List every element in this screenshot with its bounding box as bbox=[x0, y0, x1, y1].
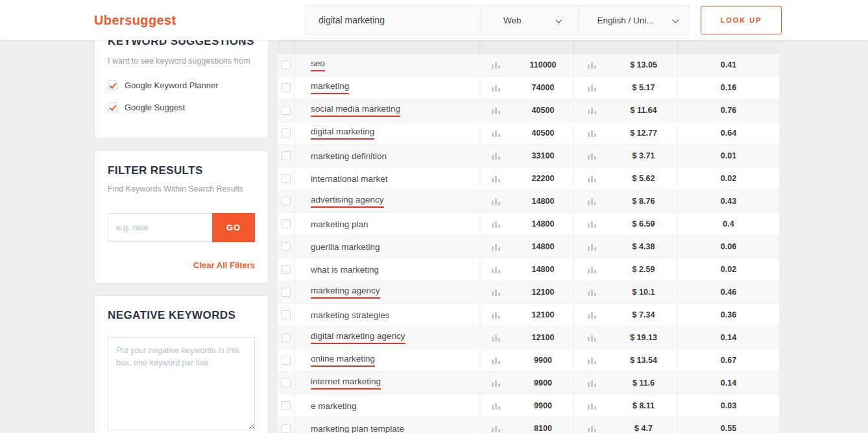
row-checkbox[interactable] bbox=[282, 129, 291, 138]
cpc-bar-chart-icon[interactable] bbox=[588, 356, 597, 364]
cpc-bar-chart-icon[interactable] bbox=[588, 402, 597, 410]
cpc-bar-chart-icon[interactable] bbox=[588, 243, 597, 251]
cpc-bar-chart-icon[interactable] bbox=[588, 197, 597, 205]
volume-bar-chart-icon[interactable] bbox=[492, 379, 501, 387]
source-google-keyword-planner[interactable]: Google Keyword Planner bbox=[108, 80, 255, 90]
search-volume-value: 14800 bbox=[532, 219, 555, 229]
search-volume-value: 110000 bbox=[529, 60, 556, 69]
cpc-value: $ 11.6 bbox=[633, 378, 655, 388]
competition-value: 0.64 bbox=[721, 129, 736, 138]
ubersuggest-logo[interactable]: Ubersuggest bbox=[94, 13, 176, 28]
row-checkbox[interactable] bbox=[282, 356, 291, 365]
volume-bar-chart-icon[interactable] bbox=[492, 61, 501, 69]
row-checkbox[interactable] bbox=[282, 174, 291, 183]
keyword-link[interactable]: marketing definition bbox=[311, 151, 387, 161]
filter-results-subtitle: Find Keywords Within Search Results bbox=[108, 183, 255, 195]
competition-value: 0.55 bbox=[721, 424, 736, 433]
volume-bar-chart-icon[interactable] bbox=[492, 288, 501, 296]
row-checkbox[interactable] bbox=[282, 378, 291, 388]
cpc-bar-chart-icon[interactable] bbox=[588, 220, 597, 228]
cpc-bar-chart-icon[interactable] bbox=[588, 129, 597, 137]
keyword-link[interactable]: what is marketing bbox=[311, 265, 379, 275]
cpc-value: $ 4.7 bbox=[634, 424, 653, 433]
volume-bar-chart-icon[interactable] bbox=[492, 311, 501, 319]
keyword-link[interactable]: guerilla marketing bbox=[311, 242, 380, 252]
keyword-link[interactable]: digital marketing agency bbox=[311, 331, 405, 344]
volume-bar-chart-icon[interactable] bbox=[492, 356, 501, 364]
table-row: marketing definition 33100 $ 3.71 0.01 bbox=[278, 145, 779, 167]
keyword-suggestions-subtitle: I want to see keyword suggestions from bbox=[108, 55, 255, 68]
top-header: Ubersuggest Web English / Uni... LOOK UP bbox=[0, 0, 868, 40]
competition-value: 0.43 bbox=[721, 197, 736, 206]
volume-bar-chart-icon[interactable] bbox=[492, 84, 501, 92]
volume-bar-chart-icon[interactable] bbox=[492, 106, 501, 114]
keyword-link[interactable]: international market bbox=[311, 174, 388, 184]
row-checkbox[interactable] bbox=[282, 60, 291, 69]
keyword-link[interactable]: marketing plan template bbox=[311, 424, 404, 433]
keyword-link[interactable]: marketing agency bbox=[311, 286, 380, 299]
clear-all-filters-link[interactable]: Clear All Filters bbox=[108, 260, 255, 270]
cpc-bar-chart-icon[interactable] bbox=[588, 379, 597, 387]
keyword-link[interactable]: marketing bbox=[311, 81, 349, 94]
row-checkbox[interactable] bbox=[282, 288, 291, 297]
cpc-value: $ 19.13 bbox=[630, 333, 657, 342]
row-checkbox[interactable] bbox=[282, 401, 291, 410]
volume-bar-chart-icon[interactable] bbox=[492, 220, 501, 228]
row-checkbox[interactable] bbox=[282, 197, 291, 206]
search-volume-value: 40500 bbox=[532, 129, 555, 138]
keyword-link[interactable]: marketing strategies bbox=[311, 310, 390, 320]
go-button[interactable]: GO bbox=[212, 213, 255, 242]
source-google-suggest[interactable]: Google Suggest bbox=[108, 103, 255, 112]
checkbox-checked-icon[interactable] bbox=[108, 103, 117, 112]
cpc-bar-chart-icon[interactable] bbox=[588, 266, 597, 273]
row-checkbox[interactable] bbox=[282, 242, 291, 251]
keyword-link[interactable]: seo bbox=[311, 58, 325, 71]
row-checkbox[interactable] bbox=[282, 310, 291, 319]
volume-bar-chart-icon[interactable] bbox=[492, 266, 501, 273]
keyword-link[interactable]: social media marketing bbox=[311, 104, 400, 117]
search-type-dropdown[interactable]: Web bbox=[481, 6, 579, 34]
look-up-button[interactable]: LOOK UP bbox=[701, 6, 782, 34]
search-volume-value: 33100 bbox=[532, 151, 555, 160]
filter-results-title: FILTER RESULTS bbox=[108, 164, 255, 177]
row-checkbox[interactable] bbox=[282, 424, 291, 433]
cpc-value: $ 2.59 bbox=[633, 265, 655, 274]
cpc-bar-chart-icon[interactable] bbox=[588, 311, 597, 319]
keyword-link[interactable]: digital marketing bbox=[311, 127, 374, 140]
row-checkbox[interactable] bbox=[282, 265, 291, 274]
row-checkbox[interactable] bbox=[282, 106, 291, 115]
row-checkbox[interactable] bbox=[282, 219, 291, 229]
cpc-bar-chart-icon[interactable] bbox=[588, 175, 597, 182]
volume-bar-chart-icon[interactable] bbox=[492, 334, 501, 341]
cpc-bar-chart-icon[interactable] bbox=[588, 425, 597, 432]
keyword-link[interactable]: online marketing bbox=[311, 354, 375, 367]
table-row: marketing plan 14800 $ 6.59 0.4 bbox=[278, 213, 779, 236]
keyword-link[interactable]: advertising agency bbox=[311, 195, 384, 208]
volume-bar-chart-icon[interactable] bbox=[492, 197, 501, 205]
cpc-bar-chart-icon[interactable] bbox=[588, 61, 597, 69]
cpc-bar-chart-icon[interactable] bbox=[588, 106, 597, 114]
volume-bar-chart-icon[interactable] bbox=[492, 129, 501, 137]
keyword-search-input[interactable] bbox=[306, 6, 481, 34]
keyword-link[interactable]: e marketing bbox=[311, 401, 357, 411]
keyword-link[interactable]: marketing plan bbox=[311, 219, 368, 229]
checkbox-checked-icon[interactable] bbox=[108, 80, 117, 90]
negative-keywords-textarea[interactable] bbox=[108, 337, 255, 430]
volume-bar-chart-icon[interactable] bbox=[492, 152, 501, 160]
cpc-bar-chart-icon[interactable] bbox=[588, 84, 597, 92]
row-checkbox[interactable] bbox=[282, 83, 291, 92]
volume-bar-chart-icon[interactable] bbox=[492, 175, 501, 182]
keyword-link[interactable]: internet marketing bbox=[311, 377, 381, 390]
row-checkbox[interactable] bbox=[282, 333, 291, 342]
volume-bar-chart-icon[interactable] bbox=[492, 425, 501, 432]
filter-keyword-input[interactable] bbox=[108, 213, 212, 242]
row-checkbox[interactable] bbox=[282, 151, 291, 160]
cpc-bar-chart-icon[interactable] bbox=[588, 152, 597, 160]
cpc-bar-chart-icon[interactable] bbox=[588, 288, 597, 296]
volume-bar-chart-icon[interactable] bbox=[492, 402, 501, 410]
volume-bar-chart-icon[interactable] bbox=[492, 243, 501, 251]
table-row: what is marketing 14800 $ 2.59 0.02 bbox=[278, 258, 779, 281]
cpc-bar-chart-icon[interactable] bbox=[588, 334, 597, 341]
language-locale-dropdown[interactable]: English / Uni... bbox=[579, 6, 689, 34]
search-type-value: Web bbox=[503, 16, 522, 25]
